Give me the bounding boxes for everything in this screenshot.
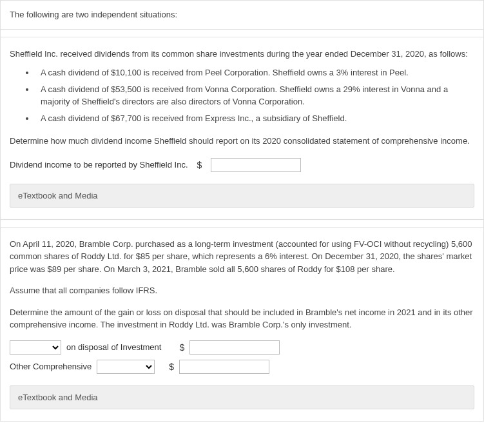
dividend-input-row: Dividend income to be reported by Sheffi…	[10, 158, 474, 172]
divider-gap	[0, 29, 484, 37]
situation2-para2: Assume that all companies follow IFRS.	[10, 284, 474, 297]
gain-loss-select[interactable]	[10, 340, 61, 355]
answer-block: on disposal of Investment $ Other Compre…	[10, 340, 474, 374]
list-item: A cash dividend of $53,500 is received f…	[35, 83, 474, 108]
currency-symbol: $	[197, 160, 202, 170]
currency-symbol: $	[179, 342, 184, 353]
divider-gap	[0, 219, 484, 227]
currency-symbol: $	[169, 362, 174, 372]
oci-select[interactable]	[97, 360, 155, 374]
intro-panel: The following are two independent situat…	[0, 0, 484, 29]
situation-2: On April 11, 2020, Bramble Corp. purchas…	[0, 227, 484, 422]
dividend-income-input[interactable]	[211, 158, 301, 172]
oci-row: Other Comprehensive $	[10, 360, 474, 374]
etextbook-media-bar[interactable]: eTextbook and Media	[10, 184, 474, 208]
dividend-input-label: Dividend income to be reported by Sheffi…	[10, 160, 188, 170]
list-item: A cash dividend of $67,700 is received f…	[35, 112, 474, 125]
situation-1: Sheffield Inc. received dividends from i…	[0, 37, 484, 219]
list-item: A cash dividend of $10,100 is received f…	[35, 66, 474, 79]
etextbook-media-label: eTextbook and Media	[18, 191, 98, 200]
situation1-lead: Sheffield Inc. received dividends from i…	[10, 48, 474, 61]
oci-amount-input[interactable]	[179, 360, 269, 374]
disposal-amount-input[interactable]	[189, 340, 280, 355]
situation2-question: Determine the amount of the gain or loss…	[10, 306, 474, 331]
situation2-para1: On April 11, 2020, Bramble Corp. purchas…	[10, 238, 474, 276]
situation1-question: Determine how much dividend income Sheff…	[10, 135, 474, 148]
disposal-row: on disposal of Investment $	[10, 340, 474, 355]
oci-prefix: Other Comprehensive	[10, 362, 92, 371]
etextbook-media-bar[interactable]: eTextbook and Media	[10, 385, 474, 409]
disposal-suffix: on disposal of Investment	[66, 342, 161, 352]
intro-text: The following are two independent situat…	[10, 8, 474, 21]
etextbook-media-label: eTextbook and Media	[18, 393, 98, 402]
situation1-list: A cash dividend of $10,100 is received f…	[10, 66, 474, 124]
